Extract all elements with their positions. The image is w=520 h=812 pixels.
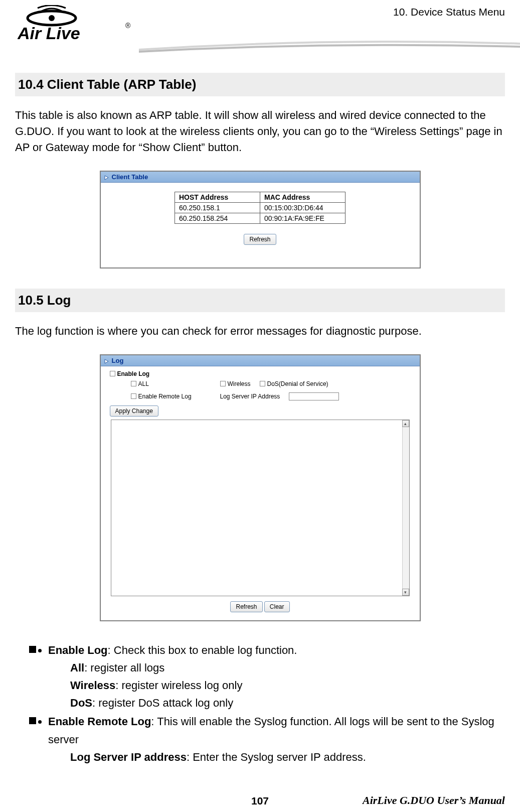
log-clear-button[interactable]: Clear bbox=[264, 601, 290, 612]
enable-remote-log-checkbox[interactable] bbox=[131, 393, 136, 399]
page-content: 10.4 Client Table (ARP Table) This table… bbox=[0, 55, 520, 766]
bullet-key: Wireless bbox=[70, 679, 115, 692]
bullet-list: Enable Log: Check this box to enable log… bbox=[15, 641, 505, 766]
section-104-heading: 10.4 Client Table (ARP Table) bbox=[15, 73, 505, 96]
scrollbar-track[interactable] bbox=[402, 427, 409, 589]
list-item: Wireless: register wireless log only bbox=[70, 676, 505, 694]
log-server-ip-label: Log Server IP Address bbox=[220, 393, 280, 400]
client-table-panel-title-bar: Client Table bbox=[101, 172, 420, 183]
cell-mac: 00:15:00:3D:D6:44 bbox=[260, 202, 345, 213]
cell-host: 60.250.158.254 bbox=[175, 213, 260, 223]
bullet-key: Enable Remote Log bbox=[48, 715, 151, 728]
all-label: ALL bbox=[138, 380, 149, 387]
scroll-down-icon[interactable]: ▾ bbox=[402, 589, 409, 596]
log-server-ip-input[interactable] bbox=[289, 392, 339, 400]
client-table-title: Client Table bbox=[112, 173, 148, 181]
log-panel-title-bar: Log bbox=[101, 355, 420, 366]
bullet-icon bbox=[29, 717, 36, 724]
bullet-text: : Check this box to enable log function. bbox=[108, 644, 297, 656]
section-104-paragraph: This table is also known as ARP table. I… bbox=[15, 107, 505, 156]
bullet-text: : register DoS attack log only bbox=[92, 697, 233, 709]
apply-change-button[interactable]: Apply Change bbox=[110, 405, 158, 417]
dos-label: DoS(Denial of Service) bbox=[267, 380, 328, 387]
table-header-row: HOST Address MAC Address bbox=[175, 192, 345, 202]
log-panel-body: Enable Log ALL Wireless DoS(Denial of Se… bbox=[101, 366, 420, 617]
wireless-label: Wireless bbox=[228, 380, 251, 387]
header-swoosh-icon bbox=[139, 38, 520, 53]
bullet-key: Enable Log bbox=[48, 644, 108, 656]
svg-text:®: ® bbox=[125, 22, 131, 30]
section-105-heading: 10.5 Log bbox=[15, 289, 505, 312]
list-item: Enable Remote Log: This will enable the … bbox=[48, 713, 505, 766]
list-item: Enable Log: Check this box to enable log… bbox=[48, 641, 505, 712]
bullet-key: DoS bbox=[70, 697, 92, 709]
svg-point-1 bbox=[49, 15, 55, 21]
table-row: 60.250.158.254 00:90:1A:FA:9E:FE bbox=[175, 213, 345, 223]
panel-arrow-icon bbox=[104, 358, 109, 363]
log-panel-title: Log bbox=[112, 357, 124, 364]
list-item: All: register all logs bbox=[70, 659, 505, 676]
log-textarea[interactable]: ▴ ▾ bbox=[111, 420, 410, 596]
col-mac-address: MAC Address bbox=[260, 192, 345, 202]
bullet-key: All bbox=[70, 661, 84, 674]
log-refresh-button[interactable]: Refresh bbox=[230, 601, 262, 612]
table-row: 60.250.158.1 00:15:00:3D:D6:44 bbox=[175, 202, 345, 213]
panel-arrow-icon bbox=[104, 174, 109, 179]
client-table-panel: Client Table HOST Address MAC Address 60… bbox=[100, 171, 421, 268]
cell-mac: 00:90:1A:FA:9E:FE bbox=[260, 213, 345, 223]
bullet-key: Log Server IP address bbox=[70, 751, 187, 763]
manual-title: AirLive G.DUO User’s Manual bbox=[363, 794, 505, 807]
scroll-up-icon[interactable]: ▴ bbox=[402, 420, 409, 427]
section-105-paragraph: The log function is where you can check … bbox=[15, 323, 505, 339]
svg-marker-4 bbox=[105, 176, 108, 180]
page-footer: 107 AirLive G.DUO User’s Manual bbox=[0, 794, 520, 807]
bullet-text: : register all logs bbox=[84, 661, 164, 674]
cell-host: 60.250.158.1 bbox=[175, 202, 260, 213]
airlive-logo: Air Live ® bbox=[18, 5, 133, 47]
bullet-text: : register wireless log only bbox=[115, 679, 242, 692]
svg-text:Air Live: Air Live bbox=[18, 24, 80, 43]
log-panel: Log Enable Log ALL Wireless bbox=[100, 354, 421, 621]
page-header: 10. Device Status Menu Air Live ® bbox=[0, 0, 520, 55]
list-item: DoS: register DoS attack log only bbox=[70, 694, 505, 712]
chapter-label: 10. Device Status Menu bbox=[393, 6, 505, 18]
refresh-button[interactable]: Refresh bbox=[244, 234, 276, 245]
wireless-checkbox[interactable] bbox=[220, 381, 226, 386]
col-host-address: HOST Address bbox=[175, 192, 260, 202]
enable-log-label: Enable Log bbox=[117, 370, 150, 377]
dos-checkbox[interactable] bbox=[260, 381, 265, 386]
all-checkbox[interactable] bbox=[131, 381, 136, 386]
list-item: Log Server IP address: Enter the Syslog … bbox=[70, 748, 505, 766]
svg-marker-5 bbox=[105, 359, 108, 363]
page-number: 107 bbox=[251, 795, 269, 807]
bullet-text: : Enter the Syslog server IP address. bbox=[187, 751, 366, 763]
bullet-icon bbox=[29, 646, 36, 653]
enable-remote-log-label: Enable Remote Log bbox=[138, 393, 192, 400]
arp-table: HOST Address MAC Address 60.250.158.1 00… bbox=[175, 192, 345, 224]
enable-log-checkbox[interactable] bbox=[110, 371, 115, 376]
